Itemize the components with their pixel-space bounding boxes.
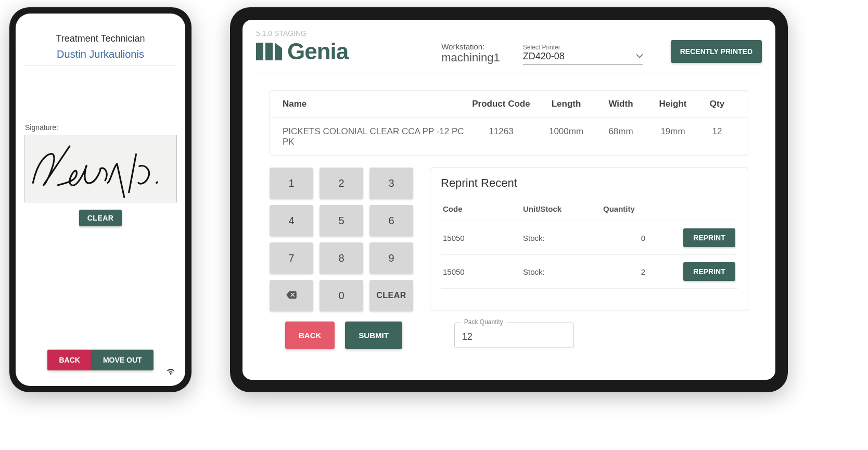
signature-label: Signature: — [25, 123, 179, 132]
product-table-header: Name Product Code Length Width Height Qt… — [270, 91, 748, 118]
cell-code: 11263 — [465, 126, 538, 147]
numeric-keypad: 1 2 3 4 5 6 7 8 9 0 CLEAR — [270, 168, 413, 311]
cell-name: PICKETS COLONIAL CLEAR CCA PP -12 PC PK — [283, 126, 465, 147]
submit-button[interactable]: SUBMIT — [345, 322, 402, 349]
col-height: Height — [647, 99, 699, 109]
cell-width: 68mm — [595, 126, 647, 147]
cell-qty: 12 — [699, 126, 735, 147]
workstation-label: Workstation: — [441, 42, 500, 51]
brand-logo: Genia — [256, 38, 348, 65]
reprint-code: 15050 — [443, 267, 523, 276]
technician-name[interactable]: Dustin Jurkaulionis — [24, 44, 177, 66]
tablet-back-button[interactable]: BACK — [285, 322, 335, 349]
workstation-value: machining1 — [441, 51, 500, 65]
key-9[interactable]: 9 — [369, 242, 413, 274]
reprint-unit: Stock: — [523, 267, 603, 276]
brand-logo-mark — [256, 43, 282, 60]
pack-quantity-field[interactable]: Pack Quantity 12 — [454, 323, 574, 348]
col-name: Name — [283, 99, 465, 109]
brand-word: Genia — [287, 38, 348, 65]
reprint-button[interactable]: REPRINT — [683, 262, 735, 281]
reprint-qty: 2 — [603, 267, 683, 276]
product-row[interactable]: PICKETS COLONIAL CLEAR CCA PP -12 PC PK … — [270, 118, 748, 156]
key-0[interactable]: 0 — [320, 280, 363, 311]
tablet-header: Genia Workstation: machining1 Select Pri… — [256, 38, 762, 72]
phone-title: Treatment Technician — [22, 33, 179, 44]
version-tag: 5.1.0 STAGING — [256, 29, 762, 37]
reprint-panel: Reprint Recent Code Unit/Stock Quantity … — [430, 168, 748, 311]
key-3[interactable]: 3 — [369, 168, 413, 199]
key-5[interactable]: 5 — [320, 205, 363, 236]
phone-screen: Treatment Technician Dustin Jurkaulionis… — [16, 14, 185, 386]
cell-length: 1000mm — [538, 126, 595, 147]
product-table: Name Product Code Length Width Height Qt… — [270, 90, 748, 156]
workstation-block: Workstation: machining1 — [441, 42, 500, 65]
reprint-table-header: Code Unit/Stock Quantity — [441, 197, 737, 221]
key-1[interactable]: 1 — [270, 168, 313, 199]
reprint-col-unit: Unit/Stock — [523, 204, 603, 213]
phone-device-frame: Treatment Technician Dustin Jurkaulionis… — [9, 7, 192, 392]
reprint-col-code: Code — [443, 204, 523, 213]
phone-footer: BACK MOVE OUT — [22, 350, 179, 376]
reprint-qty: 0 — [603, 234, 683, 242]
key-7[interactable]: 7 — [270, 242, 313, 274]
key-clear[interactable]: CLEAR — [369, 280, 413, 311]
reprint-unit: Stock: — [523, 234, 603, 242]
key-4[interactable]: 4 — [270, 205, 313, 236]
reprint-row: 15050 Stock: 2 REPRINT — [441, 255, 737, 289]
reprint-button[interactable]: REPRINT — [683, 228, 735, 247]
col-code: Product Code — [465, 99, 538, 109]
cell-height: 19mm — [647, 126, 699, 147]
key-6[interactable]: 6 — [369, 205, 413, 236]
printer-value: ZD420-08 — [523, 51, 565, 62]
col-width: Width — [595, 99, 647, 109]
reprint-title: Reprint Recent — [441, 176, 737, 190]
recently-printed-button[interactable]: RECENTLY PRINTED — [671, 40, 762, 63]
printer-select[interactable]: Select Printer ZD420-08 — [523, 44, 643, 65]
printer-label: Select Printer — [523, 44, 643, 51]
clear-signature-button[interactable]: CLEAR — [79, 210, 122, 226]
phone-back-button[interactable]: BACK — [47, 350, 91, 370]
chevron-down-icon — [636, 51, 643, 62]
key-backspace[interactable] — [270, 280, 313, 311]
tablet-footer: BACK SUBMIT Pack Quantity 12 — [285, 322, 748, 349]
pack-quantity-label: Pack Quantity — [461, 318, 506, 326]
wifi-icon — [165, 367, 176, 378]
move-out-button[interactable]: MOVE OUT — [92, 350, 154, 370]
backspace-icon — [286, 291, 297, 299]
key-8[interactable]: 8 — [320, 242, 363, 274]
reprint-col-qty: Quantity — [603, 204, 683, 213]
pack-quantity-value: 12 — [462, 331, 566, 342]
tablet-device-frame: 5.1.0 STAGING Genia Workstation: machini… — [230, 7, 788, 392]
signature-pad[interactable] — [24, 135, 177, 202]
reprint-row: 15050 Stock: 0 REPRINT — [441, 221, 737, 255]
col-qty: Qty — [699, 99, 735, 109]
reprint-code: 15050 — [443, 234, 523, 242]
lower-section: 1 2 3 4 5 6 7 8 9 0 CLEAR Reprint Recent… — [270, 168, 748, 311]
tablet-screen: 5.1.0 STAGING Genia Workstation: machini… — [242, 20, 775, 380]
col-length: Length — [538, 99, 595, 109]
key-2[interactable]: 2 — [320, 168, 363, 199]
